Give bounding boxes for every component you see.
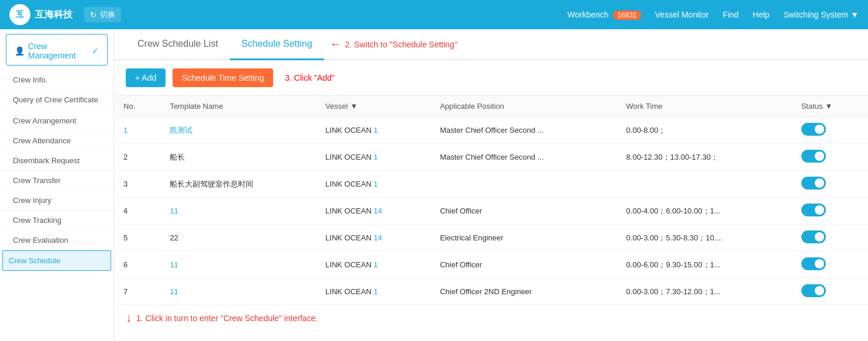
sidebar-item-crew-injury[interactable]: Crew Injury (0, 191, 113, 211)
workbench-badge: 16831 (613, 11, 640, 20)
cell-template-name[interactable]: 11 (160, 198, 316, 225)
sidebar-item-crew-info[interactable]: Crew Info. (0, 70, 113, 90)
cell-position: Chief Officer (430, 198, 616, 225)
sidebar-item-crew-schedule[interactable]: Crew Schedule (2, 250, 111, 271)
cell-no: 4 (114, 198, 160, 225)
cell-work-time: 8.00-12.30；13.00-17.30； (617, 144, 792, 171)
sidebar-item-disembark-request[interactable]: Disembark Request (0, 151, 113, 171)
chevron-down-icon: ▼ (850, 10, 859, 19)
status-toggle[interactable] (801, 257, 826, 270)
col-position: Applicable Position (430, 96, 616, 117)
cell-vessel: LINK OCEAN 1 (316, 278, 430, 305)
sidebar-item-crew-tracking[interactable]: Crew Tracking (0, 211, 113, 230)
vessel-link[interactable]: 14 (374, 233, 382, 242)
logo-area: 互 互海科技 (9, 4, 73, 25)
crew-management-group[interactable]: 👤 Crew Management ✓ (6, 34, 108, 66)
cell-position: Chief Officer (430, 252, 616, 278)
help-nav-item[interactable]: Help (753, 10, 770, 19)
nav-switch-button[interactable]: ↻ 切换 (84, 7, 121, 22)
annotation-1-text: 1. Click in turn to enter "Crew Schedule… (136, 314, 318, 323)
vessel-monitor-nav-item[interactable]: Vessel Monitor (655, 10, 709, 19)
annotation-1-area: ↓ 1. Click in turn to enter "Crew Schedu… (114, 305, 868, 330)
status-toggle[interactable] (801, 204, 826, 216)
vessel-link[interactable]: 1 (374, 153, 378, 161)
status-toggle[interactable] (801, 177, 826, 190)
user-icon: 👤 (15, 46, 25, 56)
vessel-sort-icon: ▼ (350, 102, 358, 111)
vessel-link[interactable]: 1 (374, 180, 378, 188)
template-name-link[interactable]: 11 (170, 206, 178, 215)
add-button[interactable]: + Add (126, 68, 166, 87)
sidebar-item-crew-attendance[interactable]: Crew Attendance (0, 131, 113, 151)
cell-vessel: LINK OCEAN 14 (316, 225, 430, 252)
status-sort-icon: ▼ (825, 102, 833, 111)
cell-template-name[interactable]: 凯测试 (160, 117, 316, 144)
table-row: 522LINK OCEAN 14Electrical Engineer0.00-… (114, 225, 868, 252)
cell-work-time: 0.00-8.00； (617, 117, 792, 144)
workbench-nav-item[interactable]: Workbench 16831 (567, 10, 641, 19)
row-no-link[interactable]: 1 (123, 126, 128, 135)
cell-position: Master Chief Officer Second ... (430, 117, 616, 144)
cell-no: 6 (114, 252, 160, 278)
cell-work-time: 0.00-3.00；5.30-8.30；10.... (617, 225, 792, 252)
table-header-row: No. Template Name Vessel ▼ Applicable Po… (114, 96, 868, 117)
cell-vessel: LINK OCEAN 14 (316, 198, 430, 225)
sidebar: 👤 Crew Management ✓ Crew Info. Query of … (0, 29, 114, 341)
cell-template-name[interactable]: 11 (160, 252, 316, 278)
logo-icon: 互 (9, 4, 30, 25)
nav-right-area: Workbench 16831 Vessel Monitor Find Help… (567, 10, 859, 19)
col-no: No. (114, 96, 160, 117)
cell-status[interactable] (792, 117, 868, 144)
switch-icon: ↻ (90, 11, 97, 19)
status-toggle[interactable] (801, 284, 826, 297)
top-navigation: 互 互海科技 ↻ 切换 Workbench 16831 Vessel Monit… (0, 0, 868, 29)
vessel-link[interactable]: 1 (374, 126, 378, 135)
find-nav-item[interactable]: Find (723, 10, 739, 19)
cell-no: 3 (114, 171, 160, 198)
table-row: 3船长大副驾驶室作息时间LINK OCEAN 1 (114, 171, 868, 198)
template-name-link[interactable]: 11 (170, 287, 178, 296)
cell-template-name: 22 (160, 225, 316, 252)
template-name-link[interactable]: 11 (170, 260, 178, 269)
sidebar-item-crew-certificate[interactable]: Query of Crew Certificate (0, 90, 113, 111)
cell-work-time (617, 171, 792, 198)
col-work-time: Work Time (617, 96, 792, 117)
cell-no[interactable]: 1 (114, 117, 160, 144)
logo-text: 互海科技 (35, 9, 73, 21)
status-toggle[interactable] (801, 230, 826, 243)
tab-schedule-setting[interactable]: Schedule Setting (230, 29, 324, 60)
cell-no: 7 (114, 278, 160, 305)
cell-status[interactable] (792, 144, 868, 171)
cell-position: Chief Officer 2ND Engineer (430, 278, 616, 305)
cell-status[interactable] (792, 171, 868, 198)
sidebar-item-crew-evaluation[interactable]: Crew Evaluation (0, 230, 113, 250)
sidebar-item-crew-arrangement[interactable]: Crew Arrangement (0, 111, 113, 131)
schedule-time-setting-button[interactable]: Schedule Time Setting (173, 68, 273, 87)
annotation-arrow-icon: ↓ (126, 311, 132, 325)
sidebar-item-crew-transfer[interactable]: Crew Transfer (0, 171, 113, 191)
cell-status[interactable] (792, 252, 868, 278)
cell-template-name[interactable]: 11 (160, 278, 316, 305)
cell-work-time: 0.00-6.00；9.30-15.00；1... (617, 252, 792, 278)
cell-vessel: LINK OCEAN 1 (316, 144, 430, 171)
cell-status[interactable] (792, 278, 868, 305)
vessel-link[interactable]: 14 (374, 206, 382, 215)
cell-status[interactable] (792, 198, 868, 225)
status-toggle[interactable] (801, 123, 826, 136)
vessel-link[interactable]: 1 (374, 287, 378, 296)
tab-crew-schedule-list[interactable]: Crew Schedule List (126, 29, 230, 60)
annotation-2-text: 2. Switch to "Schedule Setting" (345, 40, 457, 49)
template-name-link[interactable]: 凯测试 (170, 126, 192, 135)
switching-system-button[interactable]: Switching System ▼ (784, 10, 859, 19)
table-row: 611LINK OCEAN 1Chief Officer0.00-6.00；9.… (114, 252, 868, 278)
col-status[interactable]: Status ▼ (792, 96, 868, 117)
cell-position: Master Chief Officer Second ... (430, 144, 616, 171)
status-toggle[interactable] (801, 150, 826, 163)
cell-status[interactable] (792, 225, 868, 252)
vessel-link[interactable]: 1 (374, 260, 378, 269)
cell-vessel: LINK OCEAN 1 (316, 252, 430, 278)
tabs-container: Crew Schedule List Schedule Setting ← 2.… (114, 29, 868, 60)
schedule-table: No. Template Name Vessel ▼ Applicable Po… (114, 95, 868, 305)
cell-position: Electrical Engineer (430, 225, 616, 252)
col-vessel[interactable]: Vessel ▼ (316, 96, 430, 117)
